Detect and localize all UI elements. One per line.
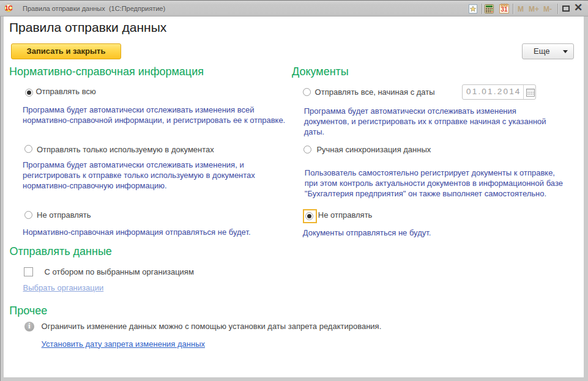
svg-text:31: 31	[501, 6, 508, 13]
